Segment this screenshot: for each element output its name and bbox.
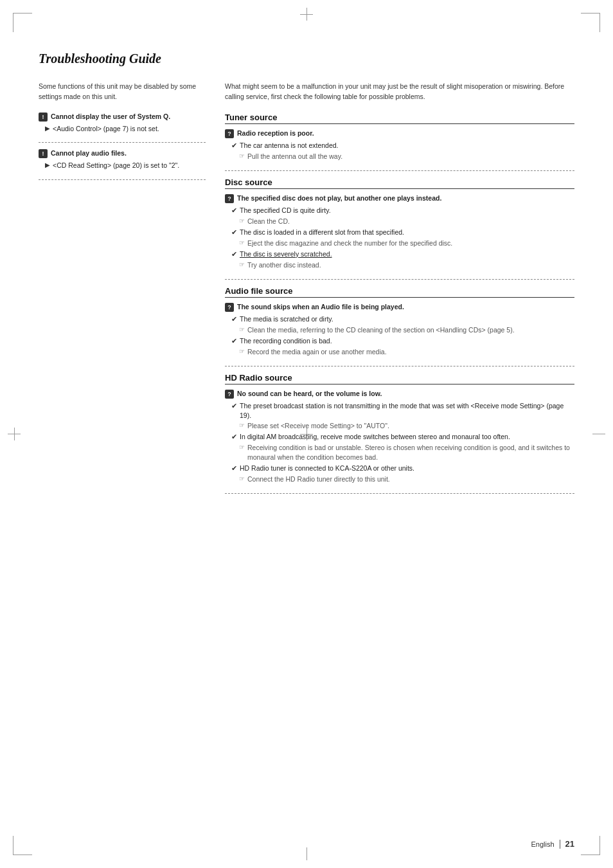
footer-language: English	[531, 840, 554, 848]
exclamation-icon-1: !	[39, 113, 48, 122]
hdradio-cause-text-2: In digital AM broadcasting, receive mode…	[240, 432, 510, 442]
audio-problem-title-1: ? The sound skips when an Audio file is …	[225, 303, 574, 312]
solution-arrow-tuner-1: ☞	[239, 152, 245, 161]
disc-solution-text-2: Eject the disc magazine and check the nu…	[247, 239, 452, 248]
audio-cause-1: ✔ The media is scratched or dirty.	[231, 314, 574, 324]
divider-audio	[225, 366, 574, 366]
problem-title-1: ! Cannot display the user of System Q.	[39, 113, 206, 122]
tuner-cause-1: ✔ The car antenna is not extended.	[231, 141, 574, 150]
disc-cause-3: ✔ The disc is severely scratched.	[231, 249, 574, 259]
solution-arrow-hdradio-3: ☞	[239, 475, 245, 484]
footer-divider	[560, 840, 560, 849]
cause-1-1: ▶ <Audio Control> (page 7) is not set.	[45, 124, 206, 134]
section-heading-audio: Audio file source	[225, 286, 574, 298]
section-heading-tuner: Tuner source	[225, 113, 574, 124]
question-icon-tuner-1: ?	[225, 129, 234, 138]
hdradio-solution-text-2: Receiving condition is bad or unstable. …	[247, 443, 574, 462]
hdradio-problem-title-1: ? No sound can be heard, or the volume i…	[225, 390, 574, 399]
check-icon-hdradio-2: ✔	[231, 432, 237, 442]
solution-arrow-disc-3: ☞	[239, 260, 245, 269]
tuner-problem-text-1: Radio reception is poor.	[237, 129, 314, 137]
hdradio-cause-3: ✔ HD Radio tuner is connected to KCA-S22…	[231, 464, 574, 473]
audio-solution-2: ☞ Record the media again or use another …	[239, 347, 574, 357]
section-heading-hdradio: HD Radio source	[225, 373, 574, 384]
check-icon-hdradio-3: ✔	[231, 464, 237, 473]
hdradio-cause-1: ✔ The preset broadcast station is not tr…	[231, 401, 574, 420]
section-tuner: Tuner source ? Radio reception is poor. …	[225, 113, 574, 171]
solution-arrow-hdradio-2: ☞	[239, 443, 245, 452]
check-icon-disc-3: ✔	[231, 249, 237, 259]
check-icon-hdradio-1: ✔	[231, 401, 237, 411]
disc-solution-text-3: Try another disc instead.	[247, 260, 321, 270]
disc-solution-text-1: Clean the CD.	[247, 217, 290, 226]
disc-cause-1: ✔ The specified CD is quite dirty.	[231, 206, 574, 215]
tuner-problem-1: ? Radio reception is poor. ✔ The car ant…	[225, 129, 574, 161]
divider-tuner	[225, 170, 574, 171]
solution-arrow-hdradio-1: ☞	[239, 421, 245, 430]
solution-arrow-audio-1: ☞	[239, 325, 245, 334]
page: Troubleshooting Guide Some functions of …	[0, 0, 613, 868]
disc-solution-2: ☞ Eject the disc magazine and check the …	[239, 239, 574, 248]
left-intro-text: Some functions of this unit may be disab…	[39, 82, 206, 102]
divider-1	[39, 142, 206, 143]
cause-text-1-1: <Audio Control> (page 7) is not set.	[53, 124, 159, 134]
question-icon-audio-1: ?	[225, 303, 234, 312]
audio-cause-text-1: The media is scratched or dirty.	[240, 314, 333, 324]
footer-page-number: 21	[565, 839, 574, 849]
tuner-problem-title-1: ? Radio reception is poor.	[225, 129, 574, 138]
crosshair-top-v	[306, 8, 307, 21]
audio-solution-1: ☞ Clean the media, referring to the CD c…	[239, 325, 574, 335]
disc-problem-text-1: The specified disc does not play, but an…	[237, 194, 441, 202]
divider-disc	[225, 279, 574, 280]
check-icon-audio-1: ✔	[231, 314, 237, 324]
hdradio-problem-1: ? No sound can be heard, or the volume i…	[225, 390, 574, 484]
arrow-icon-2-1: ▶	[45, 161, 50, 170]
section-hdradio: HD Radio source ? No sound can be heard,…	[225, 373, 574, 494]
hdradio-cause-text-1: The preset broadcast station is not tran…	[240, 401, 574, 420]
disc-problem-1: ? The specified disc does not play, but …	[225, 194, 574, 270]
tuner-solution-1: ☞ Pull the antenna out all the way.	[239, 152, 574, 161]
solution-arrow-disc-2: ☞	[239, 239, 245, 248]
problem-title-text-1: Cannot display the user of System Q.	[51, 113, 170, 120]
arrow-icon-1-1: ▶	[45, 124, 50, 133]
audio-cause-2: ✔ The recording condition is bad.	[231, 336, 574, 346]
check-icon-disc-1: ✔	[231, 206, 237, 215]
crosshair-right-h	[592, 433, 605, 434]
problem-title-2: ! Cannot play audio files.	[39, 149, 206, 158]
check-icon-audio-2: ✔	[231, 336, 237, 346]
question-icon-disc-1: ?	[225, 194, 234, 203]
section-audio: Audio file source ? The sound skips when…	[225, 286, 574, 366]
disc-cause-2: ✔ The disc is loaded in a different slot…	[231, 228, 574, 237]
tuner-cause-text-1: The car antenna is not extended.	[240, 141, 339, 150]
hdradio-solution-text-1: Please set <Receive mode Setting> to "AU…	[247, 421, 389, 431]
question-icon-hdradio-1: ?	[225, 390, 234, 399]
disc-solution-3: ☞ Try another disc instead.	[239, 260, 574, 270]
disc-problem-title-1: ? The specified disc does not play, but …	[225, 194, 574, 203]
disc-cause-text-1: The specified CD is quite dirty.	[240, 206, 331, 215]
section-heading-disc: Disc source	[225, 177, 574, 189]
check-icon-disc-2: ✔	[231, 228, 237, 237]
audio-problem-text-1: The sound skips when an Audio file is be…	[237, 303, 404, 311]
cause-2-1: ▶ <CD Read Setting> (page 20) is set to …	[45, 161, 206, 170]
page-title: Troubleshooting Guide	[39, 51, 574, 70]
disc-cause-text-2: The disc is loaded in a different slot f…	[240, 228, 404, 237]
solution-arrow-disc-1: ☞	[239, 217, 245, 226]
check-icon-tuner-1: ✔	[231, 141, 237, 150]
audio-problem-1: ? The sound skips when an Audio file is …	[225, 303, 574, 357]
left-column: Some functions of this unit may be disab…	[39, 82, 206, 500]
hdradio-problem-text-1: No sound can be heard, or the volume is …	[237, 390, 382, 397]
disc-cause-text-3: The disc is severely scratched.	[240, 249, 332, 259]
content-area: Troubleshooting Guide Some functions of …	[39, 51, 574, 817]
footer: English 21	[531, 839, 574, 849]
audio-cause-text-2: The recording condition is bad.	[240, 336, 332, 346]
hdradio-cause-text-3: HD Radio tuner is connected to KCA-S220A…	[240, 464, 414, 473]
audio-solution-text-2: Record the media again or use another me…	[247, 347, 387, 357]
tuner-solution-text-1: Pull the antenna out all the way.	[247, 152, 342, 161]
right-column: What might seem to be a malfunction in y…	[225, 82, 574, 500]
audio-solution-text-1: Clean the media, referring to the CD cle…	[247, 325, 515, 335]
corner-mark-bl	[13, 836, 32, 855]
hdradio-cause-2: ✔ In digital AM broadcasting, receive mo…	[231, 432, 574, 442]
hdradio-solution-text-3: Connect the HD Radio tuner directly to t…	[247, 475, 390, 484]
exclamation-icon-2: !	[39, 149, 48, 158]
problem-block-2: ! Cannot play audio files. ▶ <CD Read Se…	[39, 149, 206, 170]
